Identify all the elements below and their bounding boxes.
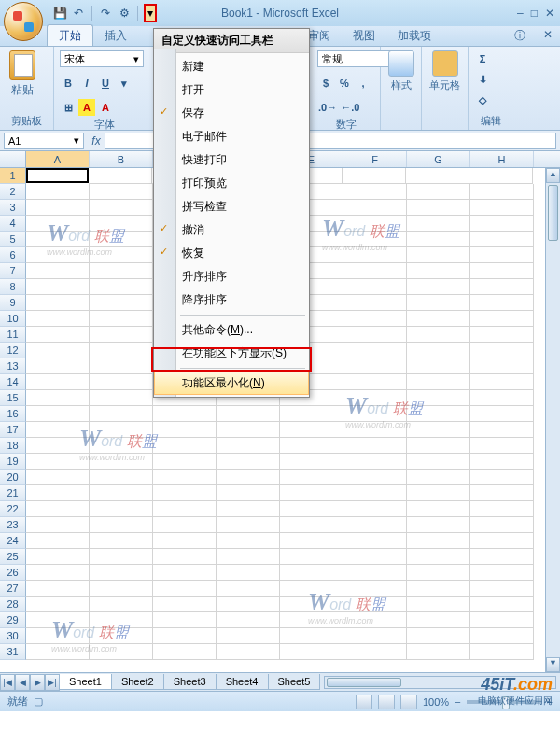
row-header[interactable]: 18 xyxy=(0,438,26,454)
cell[interactable] xyxy=(90,565,153,581)
undo-icon[interactable]: ↶ xyxy=(71,6,86,21)
cell[interactable] xyxy=(407,612,470,628)
cell[interactable] xyxy=(407,470,470,485)
cell[interactable] xyxy=(470,612,534,628)
row-header[interactable]: 20 xyxy=(0,470,26,485)
cell[interactable] xyxy=(90,390,153,406)
next-sheet-button[interactable]: ▶ xyxy=(30,674,45,691)
cell[interactable] xyxy=(343,628,407,644)
cell[interactable] xyxy=(90,406,153,422)
cell[interactable] xyxy=(26,438,90,454)
cell[interactable] xyxy=(470,533,534,549)
sheet-tab-1[interactable]: Sheet1 xyxy=(59,674,112,690)
cell[interactable] xyxy=(470,597,534,612)
clear-button[interactable]: ◇ xyxy=(474,91,491,108)
cell[interactable] xyxy=(407,311,470,327)
cell[interactable] xyxy=(470,374,534,390)
cell[interactable] xyxy=(280,454,343,470)
cell[interactable] xyxy=(153,612,217,628)
row-header[interactable]: 6 xyxy=(0,247,26,263)
cell[interactable] xyxy=(90,279,153,295)
cell[interactable] xyxy=(26,216,90,232)
cell[interactable] xyxy=(26,628,90,644)
menu-item[interactable]: 拼写检查 xyxy=(154,195,309,218)
cell[interactable] xyxy=(470,390,534,406)
zoom-out-button[interactable]: − xyxy=(455,696,460,708)
tab-addins[interactable]: 加载项 xyxy=(386,25,442,46)
row-header[interactable]: 3 xyxy=(0,200,26,216)
row-header[interactable]: 15 xyxy=(0,390,26,406)
cell[interactable] xyxy=(26,168,89,183)
menu-item-more-commands[interactable]: 其他命令(M)... xyxy=(154,318,309,342)
cell[interactable] xyxy=(90,374,153,390)
cell[interactable] xyxy=(470,184,534,200)
cell[interactable] xyxy=(343,549,407,565)
cells-button[interactable]: 单元格 xyxy=(427,50,462,92)
cell[interactable] xyxy=(90,549,153,565)
cell[interactable] xyxy=(90,216,153,232)
cell[interactable] xyxy=(280,422,343,438)
comma-button[interactable]: , xyxy=(355,75,371,91)
cell[interactable] xyxy=(26,612,90,628)
cell[interactable] xyxy=(343,232,407,247)
cell[interactable] xyxy=(343,390,407,406)
cell[interactable] xyxy=(470,200,534,216)
cell[interactable] xyxy=(470,406,534,422)
cell[interactable] xyxy=(26,358,90,374)
cell[interactable] xyxy=(343,422,407,438)
cell[interactable] xyxy=(26,533,90,549)
cell[interactable] xyxy=(153,565,217,581)
col-header-g[interactable]: G xyxy=(407,151,470,167)
cell[interactable] xyxy=(280,533,343,549)
cell[interactable] xyxy=(343,612,407,628)
cell[interactable] xyxy=(470,216,534,232)
cell[interactable] xyxy=(470,232,534,247)
cell[interactable] xyxy=(343,438,407,454)
cell[interactable] xyxy=(407,406,470,422)
cell[interactable] xyxy=(217,581,280,597)
cell[interactable] xyxy=(26,279,90,295)
cell[interactable] xyxy=(280,628,343,644)
cell[interactable] xyxy=(90,644,153,660)
cell[interactable] xyxy=(280,485,343,501)
cell[interactable] xyxy=(407,565,470,581)
select-all-corner[interactable] xyxy=(0,151,26,167)
cell[interactable] xyxy=(90,200,153,216)
fill-color-button[interactable]: A xyxy=(78,99,95,116)
decrease-decimal-button[interactable]: ←.0 xyxy=(340,99,360,116)
cell[interactable] xyxy=(26,263,90,279)
cell[interactable] xyxy=(26,311,90,327)
cell[interactable] xyxy=(470,295,534,311)
cell[interactable] xyxy=(26,644,90,660)
cell[interactable] xyxy=(407,438,470,454)
cell[interactable] xyxy=(26,390,90,406)
vertical-scrollbar[interactable]: ▲ ▼ xyxy=(545,168,560,672)
cell[interactable] xyxy=(26,501,90,517)
macro-record-icon[interactable]: ▢ xyxy=(34,695,43,708)
cell[interactable] xyxy=(153,438,217,454)
cell[interactable] xyxy=(90,517,153,533)
cell[interactable] xyxy=(343,565,407,581)
cell[interactable] xyxy=(217,612,280,628)
cell[interactable] xyxy=(26,343,90,358)
row-header[interactable]: 16 xyxy=(0,406,26,422)
cell[interactable] xyxy=(470,628,534,644)
cell[interactable] xyxy=(90,533,153,549)
minimize-button[interactable]: – xyxy=(517,7,524,20)
cell[interactable] xyxy=(153,422,217,438)
first-sheet-button[interactable]: |◀ xyxy=(0,674,15,691)
cell[interactable] xyxy=(153,581,217,597)
cell[interactable] xyxy=(343,358,407,374)
cell[interactable] xyxy=(90,438,153,454)
cell[interactable] xyxy=(343,168,406,184)
cell[interactable] xyxy=(470,279,534,295)
cell[interactable] xyxy=(90,327,153,343)
cell[interactable] xyxy=(407,628,470,644)
cell[interactable] xyxy=(90,581,153,597)
row-header[interactable]: 10 xyxy=(0,311,26,327)
row-header[interactable]: 23 xyxy=(0,517,26,533)
cell[interactable] xyxy=(217,644,280,660)
col-header-a[interactable]: A xyxy=(26,151,90,167)
cell[interactable] xyxy=(343,517,407,533)
cell[interactable] xyxy=(90,454,153,470)
